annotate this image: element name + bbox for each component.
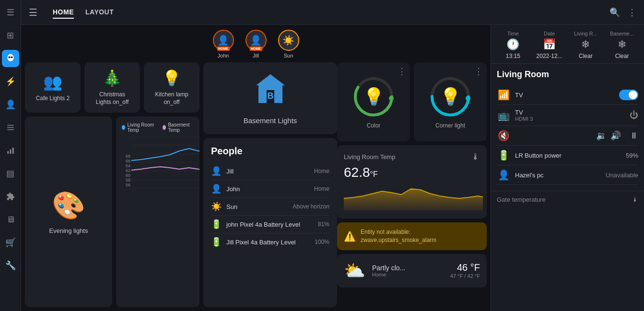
monitor-sidebar-icon[interactable]: 🖥 — [2, 211, 19, 228]
corner-light-menu[interactable]: ⋮ — [474, 66, 483, 77]
people-row-jill[interactable]: 👤 Jill Home — [211, 162, 329, 180]
kitchen-lamp-tile[interactable]: 💡 Kitchen lamp on_off — [144, 62, 199, 113]
john-avatar: 👤 HOME — [213, 30, 234, 51]
color-light-card[interactable]: ⋮ 💡 Color — [337, 62, 410, 141]
evening-lights-label: Evening lights — [49, 227, 88, 234]
gate-label: Gate temperature — [497, 196, 546, 203]
people-row-john[interactable]: 👤 John Home — [211, 180, 329, 198]
cards-grid: 👥 Cafe Lights 2 🎄 Christmas Lights on_of… — [21, 62, 491, 311]
rows-sidebar-icon[interactable]: ▤ — [2, 165, 19, 182]
tv-toggle[interactable] — [619, 90, 638, 100]
svg-rect-4 — [7, 125, 14, 126]
more-menu-icon[interactable]: ⋮ — [628, 7, 636, 18]
chart-sidebar-icon[interactable] — [2, 142, 19, 159]
grid-icon[interactable]: ⊞ — [2, 27, 19, 44]
jill-badge: HOME — [249, 46, 262, 51]
basement-label: Basement Lights — [244, 116, 297, 125]
cart-sidebar-icon[interactable]: 🛒 — [2, 234, 19, 251]
chart-legend: Living Room Temp Basement Temp — [122, 122, 194, 133]
presence-sun[interactable]: ☀️ Sun — [278, 30, 299, 58]
christmas-lights-tile[interactable]: 🎄 Christmas Lights on_off — [84, 62, 140, 113]
wrench-sidebar-icon[interactable]: 🔧 — [2, 257, 19, 274]
tv-info: TV — [515, 92, 614, 99]
audio-controls: 🔉 🔊 — [596, 130, 621, 141]
temp-mini-chart — [344, 184, 480, 212]
people-row-john-battery[interactable]: 🔋 john Pixel 4a Battery Level 81% — [211, 216, 329, 233]
basement-house-icon: B — [254, 72, 287, 113]
svg-rect-6 — [7, 129, 14, 130]
svg-marker-26 — [344, 189, 483, 210]
svg-rect-7 — [7, 151, 9, 154]
john-people-status: Home — [314, 185, 329, 192]
hazel-icon: 👤 — [497, 169, 510, 181]
tab-layout[interactable]: LAYOUT — [85, 6, 114, 19]
evening-lights-tile[interactable]: 🎨 Evening lights — [25, 116, 112, 307]
vol-up-button[interactable]: 🔊 — [610, 130, 621, 141]
info-col-time: Time 🕐 13:15 — [495, 31, 531, 59]
alert-text: Entity not available:zwave.upstairs_smok… — [361, 228, 436, 244]
basement-weather-icon: ❄ — [618, 38, 626, 51]
weather-card[interactable]: ⛅ Partly clo... Home 46 °F 47 °F / 42 °F — [337, 254, 487, 288]
cafe-lights-label: Cafe Lights 2 — [36, 95, 70, 103]
svg-point-22 — [389, 96, 394, 101]
svg-rect-8 — [10, 150, 11, 154]
jill-battery-status: 100% — [315, 239, 329, 245]
search-icon[interactable]: 🔍 — [609, 7, 620, 18]
list-sidebar-icon[interactable] — [2, 119, 19, 136]
temp-thermometer-icon: 🌡 — [471, 152, 480, 162]
palette-icon: 🎨 — [52, 190, 85, 221]
jill-battery-name: Jill Pixel 4a Battery Level — [226, 239, 309, 246]
tv-hdmi-row: 📺 TV HDMI 3 ⏻ — [497, 105, 638, 126]
menu-icon[interactable]: ☰ — [2, 4, 19, 21]
time-label: Time — [507, 31, 519, 36]
svg-point-1 — [8, 56, 10, 58]
hazel-name: Hazel's pc — [515, 172, 601, 179]
christmas-lights-icon: 🎄 — [103, 69, 122, 87]
tab-home[interactable]: HOME — [53, 6, 74, 19]
corner-light-card[interactable]: ⋮ 💡 Corner light — [414, 62, 487, 141]
puzzle-sidebar-icon[interactable] — [2, 188, 19, 205]
alien-icon[interactable] — [2, 50, 19, 67]
tv-toggle-control — [619, 90, 638, 100]
presence-jill[interactable]: 👤 HOME Jill — [246, 30, 267, 58]
sidebar: ☰ ⊞ ⚡ 👤 ▤ 🖥 🛒 🔧 — [0, 0, 21, 311]
right-middle: ⋮ 💡 Color — [337, 62, 491, 311]
legend-living-room: Living Room Temp — [122, 122, 157, 133]
svg-point-3 — [9, 60, 12, 61]
info-col-living: Living R... ❄ Clear — [568, 31, 604, 59]
tv-power-button[interactable]: ⏻ — [630, 110, 638, 120]
alert-warning-icon: ⚠️ — [344, 230, 356, 242]
basement-card[interactable]: B Basement Lights — [203, 62, 337, 134]
temp-card: Living Room Temp 🌡 62.8°F — [337, 145, 487, 219]
people-row-sun[interactable]: ☀️ Sun Above horizon — [211, 198, 329, 216]
john-battery-status: 81% — [318, 221, 329, 228]
hamburger-menu[interactable]: ☰ — [29, 7, 37, 18]
pause-button[interactable]: ⏸ — [630, 131, 638, 141]
lightning-icon[interactable]: ⚡ — [2, 73, 19, 90]
john-battery-name: john Pixel 4a Battery Level — [226, 221, 312, 228]
color-light-menu[interactable]: ⋮ — [398, 66, 406, 77]
svg-point-25 — [466, 96, 470, 101]
color-light-label: Color — [367, 122, 381, 129]
gate-icon: 🌡 — [632, 196, 638, 203]
people-row-jill-battery[interactable]: 🔋 Jill Pixel 4a Battery Level 100% — [211, 233, 329, 251]
john-label: John — [218, 53, 229, 58]
sun-avatar: ☀️ — [278, 30, 299, 51]
sun-people-status: Above horizon — [293, 203, 329, 210]
basement-weather-value: Clear — [615, 53, 629, 59]
presence-john[interactable]: 👤 HOME John — [213, 30, 234, 58]
tv-hdmi-icon: 📺 — [497, 110, 510, 121]
vol-down-button[interactable]: 🔉 — [596, 130, 607, 141]
svg-rect-9 — [12, 148, 13, 154]
top-tiles: 👥 Cafe Lights 2 🎄 Christmas Lights on_of… — [25, 62, 199, 116]
legend-basement: Basement Temp — [163, 122, 194, 133]
temp-header: Living Room Temp 🌡 — [344, 152, 480, 162]
person-sidebar-icon[interactable]: 👤 — [2, 96, 19, 113]
date-label: Date — [544, 31, 555, 36]
cafe-lights-tile[interactable]: 👥 Cafe Lights 2 — [25, 62, 81, 113]
info-col-basement: Baseme... ❄ Clear — [604, 31, 640, 59]
right-panel: Time 🕐 13:15 Date 📅 2022-12... Living R.… — [491, 25, 644, 311]
alert-card: ⚠️ Entity not available:zwave.upstairs_s… — [337, 222, 487, 250]
cafe-lights-icon: 👥 — [43, 73, 62, 91]
temp-value: 62.8°F — [344, 165, 480, 180]
